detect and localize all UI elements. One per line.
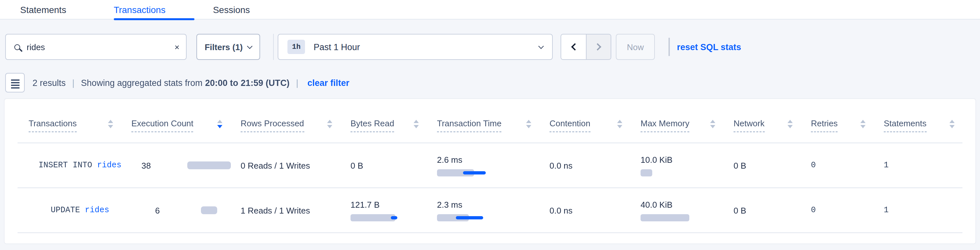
tab-bar: Statements Transactions Sessions	[0, 0, 980, 19]
execution-count-value: 6	[155, 205, 200, 215]
reset-sql-stats-label: reset SQL stats	[677, 42, 741, 52]
tab-transactions[interactable]: Transactions	[114, 0, 195, 19]
sort-down-icon	[526, 125, 531, 128]
cell-transaction-fingerprint: UPDATE rides	[18, 206, 131, 215]
cell-bytes-read: 0 B	[350, 160, 437, 170]
max-memory-bar	[641, 214, 733, 221]
column-header-bytes-read[interactable]: Bytes Read	[350, 119, 437, 132]
clear-filter-link[interactable]: clear filter	[307, 78, 349, 88]
cell-value: 2.3 ms	[437, 200, 462, 209]
statements-value: 1	[884, 206, 889, 215]
tab-statements[interactable]: Statements	[20, 0, 95, 19]
cell-value: 10.0 KiB	[641, 155, 672, 164]
tab-sessions[interactable]: Sessions	[213, 0, 279, 19]
cell-value: 40.0 KiB	[641, 200, 672, 209]
aggregated-range: 20:00 to 21:59 (UTC)	[205, 78, 290, 88]
bar-gray	[641, 169, 652, 176]
prev-time-button[interactable]	[561, 35, 586, 59]
sort-down-icon	[327, 125, 332, 128]
column-header-label: Execution Count	[131, 119, 194, 132]
search-input[interactable]	[27, 42, 175, 52]
max-memory-bar	[641, 169, 733, 176]
sort-icon	[327, 120, 332, 131]
sql-keyword: UPDATE	[51, 206, 85, 215]
column-header-transaction-time[interactable]: Transaction Time	[437, 119, 549, 132]
column-header-label: Max Memory	[641, 119, 689, 132]
bar-gray	[350, 214, 395, 221]
column-selector-button[interactable]	[5, 73, 25, 93]
transaction-statement: INSERT INTO rides	[38, 161, 121, 170]
cell-value: 121.7 B	[350, 200, 380, 209]
cell-value: 0.0 ns	[549, 160, 573, 170]
sort-up-icon	[327, 120, 332, 123]
column-header-label: Rows Processed	[240, 119, 304, 132]
chevron-right-icon	[594, 43, 601, 51]
column-header-label: Network	[733, 119, 764, 132]
column-header-label: Bytes Read	[350, 119, 394, 132]
toolbar: × Filters (1) 1h Past 1 Hour Now reset S…	[0, 34, 980, 60]
chevron-down-icon	[538, 43, 544, 49]
rides-link[interactable]: rides	[97, 161, 122, 170]
column-header-statements[interactable]: Statements	[884, 119, 963, 132]
execution-count-bar	[200, 207, 217, 214]
retries-value: 0	[811, 161, 816, 170]
filters-button[interactable]: Filters (1)	[196, 34, 260, 60]
clear-search-icon[interactable]: ×	[175, 43, 180, 51]
next-time-button[interactable]	[586, 35, 611, 59]
sort-icon	[617, 120, 622, 131]
sort-down-icon	[617, 125, 622, 128]
toolbar-divider	[668, 38, 670, 56]
column-header-label: Transactions	[29, 119, 77, 132]
column-header-contention[interactable]: Contention	[549, 119, 641, 132]
tab-statements-label: Statements	[20, 4, 66, 14]
active-tab-indicator	[114, 18, 195, 20]
results-divider: |	[296, 78, 298, 88]
cell-value: 0.0 ns	[549, 205, 573, 215]
tab-sessions-label: Sessions	[213, 4, 250, 14]
cell-value: 0 Reads / 1 Writes	[240, 160, 310, 170]
sort-down-icon	[950, 125, 955, 128]
sort-up-icon	[217, 120, 223, 123]
sort-up-icon	[860, 120, 865, 123]
column-header-max-memory[interactable]: Max Memory	[641, 119, 733, 132]
sort-up-icon	[710, 120, 715, 123]
cell-max-memory: 40.0 KiB	[641, 200, 733, 221]
results-bar: 2 results | Showing aggregated stats fro…	[5, 73, 350, 93]
time-range-selector[interactable]: 1h Past 1 Hour	[278, 34, 553, 60]
column-header-label: Retries	[811, 119, 838, 132]
time-range-label: Past 1 Hour	[313, 42, 534, 52]
column-header-transactions[interactable]: Transactions	[18, 119, 131, 132]
sort-down-icon	[108, 125, 113, 128]
cell-value: 0 B	[733, 205, 746, 215]
sql-activity-page: Statements Transactions Sessions × Filte…	[0, 0, 980, 250]
search-icon	[14, 44, 20, 50]
cell-max-memory: 10.0 KiB	[641, 155, 733, 176]
cell-transaction-time: 2.3 ms	[437, 200, 549, 221]
bar-blue	[391, 216, 397, 219]
cell-execution-count: 38	[131, 160, 240, 170]
cell-execution-count: 6	[131, 205, 240, 215]
bar-gray	[641, 214, 689, 221]
sort-icon	[710, 120, 715, 131]
cell-retries: 0	[811, 161, 884, 170]
column-header-label: Statements	[884, 119, 927, 132]
sort-up-icon	[526, 120, 531, 123]
column-header-network[interactable]: Network	[733, 119, 811, 132]
column-header-retries[interactable]: Retries	[811, 119, 884, 132]
chevron-down-icon	[247, 43, 253, 49]
transaction-time-bar	[437, 214, 549, 221]
table-row: INSERT INTO rides380 Reads / 1 Writes0 B…	[18, 143, 963, 188]
sort-up-icon	[617, 120, 622, 123]
column-header-execution-count[interactable]: Execution Count	[131, 119, 240, 132]
execution-count-value: 38	[142, 160, 187, 170]
table-header-row: TransactionsExecution CountRows Processe…	[18, 99, 963, 143]
filters-button-label: Filters (1)	[205, 42, 243, 52]
now-button[interactable]: Now	[616, 34, 655, 60]
reset-sql-stats-link[interactable]: reset SQL stats	[677, 34, 741, 60]
column-header-rows-processed[interactable]: Rows Processed	[240, 119, 350, 132]
rides-link[interactable]: rides	[85, 206, 109, 215]
column-header-label: Contention	[549, 119, 590, 132]
transaction-time-bar	[437, 169, 549, 176]
sort-up-icon	[788, 120, 793, 123]
now-button-label: Now	[627, 42, 644, 52]
